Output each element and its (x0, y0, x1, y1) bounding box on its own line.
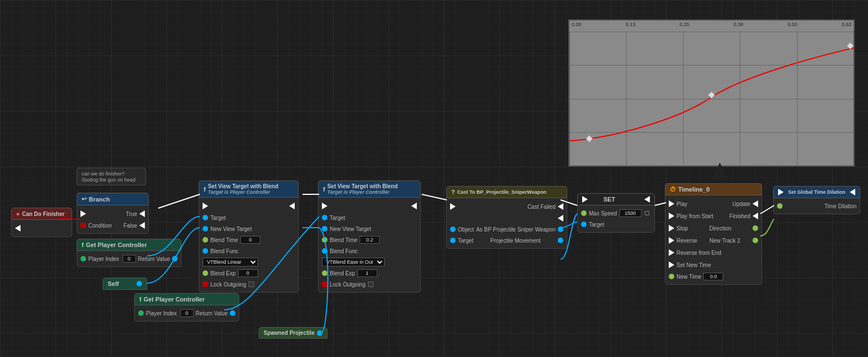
cast-exec-row: Cast Failed (447, 200, 567, 213)
svt2-blendexp-input[interactable] (357, 269, 377, 277)
svt1-blendfunc-select[interactable]: VTBlend Linear (203, 258, 258, 267)
get-player-ctrl-2-body: Player Index Return Value (134, 305, 239, 321)
svt2-lockout-row: Lock Outgoing (319, 279, 420, 290)
tl-newtime-row: New Time (665, 271, 761, 282)
cast-failed-pin (558, 203, 563, 210)
svt2-newvt-pin (322, 226, 327, 232)
cast-as-pin (558, 227, 563, 232)
sgt-exec-out (850, 189, 855, 195)
tl-playfromstart-row: Play from Start Finished (665, 210, 761, 222)
svt2-exec-out (411, 203, 417, 209)
player-index-row-2: Player Index Return Value (135, 308, 239, 319)
cast-target-row: Target Projectile Movement (447, 235, 567, 246)
tl-newtime-input[interactable] (703, 273, 723, 280)
set-view-target-2-node: f Set View Target with Blend Target is P… (318, 180, 421, 293)
svt2-newvt-row: New View Target (319, 223, 420, 234)
svt1-blendtime-pin (203, 237, 208, 243)
tl-reversefromend-row: Reverse from End (665, 247, 761, 259)
exec-out-pin (15, 225, 21, 232)
svt1-blendexp-row: Blend Exp (199, 268, 298, 279)
tl-play-row: Play Update (665, 198, 761, 210)
can-do-finisher-node: ● Can Do Finisher (11, 208, 72, 237)
set-view-target-2-body: Target New View Target Blend Time Blend … (318, 198, 421, 293)
svt2-blendexp-row: Blend Exp (319, 268, 420, 279)
exec-false-pin (139, 222, 145, 229)
svt2-blendfunc-dropdown[interactable]: VTBlend Ease in Out (319, 257, 420, 268)
svt1-exec-row (199, 200, 298, 212)
set-global-time-body: Time Dilation (773, 198, 860, 214)
cast-target-pin (450, 238, 456, 243)
player-index-row-1: Player Index Return Value (77, 253, 181, 264)
condition-pin (80, 223, 86, 228)
sgt-timedil-pin (777, 203, 783, 209)
set-view-target-1-node: f Set View Target with Blend Target is P… (199, 180, 299, 293)
set-body: Max Speed Target (577, 205, 655, 233)
cast-object-pin (450, 227, 456, 232)
curve-point-2 (708, 92, 715, 98)
set-view-target-1-body: Target New View Target Blend Time Blend … (199, 198, 299, 293)
set-maxspeed-input[interactable] (619, 209, 642, 217)
branch-node: ↩ Branch True Condition False (77, 193, 149, 234)
player-index-pin-2 (138, 310, 144, 316)
player-index-input-1[interactable] (123, 255, 136, 263)
svt2-lockout-checkbox[interactable] (368, 281, 374, 287)
tl-stop-row: Stop Direction (665, 222, 761, 234)
set-target-row: Target (578, 219, 654, 230)
get-player-ctrl-1-node: f Get Player Controller Player Index Ret… (77, 239, 181, 267)
cast-to-bp-body: Cast Failed Object As BP Projectile Snip… (446, 198, 567, 249)
svt1-blendfunc-dropdown[interactable]: VTBlend Linear (199, 257, 298, 268)
player-index-input-2[interactable] (180, 309, 194, 317)
cast-to-bp-node: ? Cast To BP_Projectile_SniperWeapon Cas… (446, 186, 567, 249)
svt1-blendexp-input[interactable] (238, 269, 258, 277)
svt2-blendtime-row: Blend Time (319, 234, 420, 245)
curve-point-1 (586, 135, 593, 142)
branch-body: True Condition False (77, 205, 149, 234)
tl-reverse-row: Reverse New Track 2 (665, 234, 761, 247)
set-target-pin (581, 222, 587, 227)
spawned-out-pin (317, 330, 322, 336)
get-player-ctrl-2-node: f Get Player Controller Player Index Ret… (134, 293, 239, 321)
svt1-lockout-row: Lock Outgoing (199, 279, 298, 290)
cast-object-row: Object As BP Projectile Sniper Weapon (447, 224, 567, 235)
tl-update-pin (753, 200, 758, 207)
timeline-body: Play Update Play from Start Finished Sto… (665, 195, 762, 285)
self-node: Self (103, 278, 147, 290)
svt2-blendtime-input[interactable] (360, 236, 380, 244)
spawned-projectile-node: Spawned Projectile (259, 327, 327, 339)
svt1-target-pin (203, 215, 208, 220)
tl-newtrack2-pin (753, 238, 758, 243)
tl-finished-pin (753, 213, 758, 219)
set-node: SET Max Speed Target (577, 193, 655, 233)
tl-newtime-pin (669, 274, 674, 279)
set-view-target-2-header: f Set View Target with Blend Target is P… (318, 180, 421, 198)
set-exec-out (644, 196, 650, 203)
svt1-exec-out (289, 203, 295, 209)
cast-proj-pin (558, 238, 563, 243)
set-global-time-node: Set Global Time Dilation Time Dilation (773, 186, 860, 214)
branch-exec-in: True (77, 208, 148, 220)
set-view-target-1-header: f Set View Target with Blend Target is P… (199, 180, 299, 198)
svt1-lockout-checkbox[interactable] (249, 281, 254, 287)
svt2-blendfunc-row: Blend Func (319, 245, 420, 257)
arrow-indicator (711, 163, 728, 179)
svt1-blendexp-pin (203, 270, 208, 276)
cast-to-bp-header: ? Cast To BP_Projectile_SniperWeapon (446, 186, 567, 198)
set-maxspeed-pin (581, 210, 587, 216)
player-index-pin-1 (80, 256, 86, 262)
curve-svg (569, 32, 854, 165)
return-value-pin-2 (230, 310, 235, 316)
set-connect-icon (645, 211, 649, 215)
svt2-exec-row (319, 200, 420, 212)
cast-exec-in (450, 203, 456, 210)
svt1-blendtime-input[interactable] (240, 236, 260, 244)
tl-setnewtime-in (669, 262, 674, 268)
svt2-target-pin (322, 215, 327, 220)
svt1-target-row: Target (199, 212, 298, 223)
svt2-blendfunc-select[interactable]: VTBlend Ease in Out (322, 258, 385, 267)
self-out-pin (137, 281, 142, 286)
tl-setnewtime-row: Set New Time (665, 259, 761, 271)
svt1-blendfunc-row: Blend Func (199, 245, 298, 257)
get-player-ctrl-1-header: f Get Player Controller (77, 239, 181, 251)
sgt-timedil-row: Time Dilation (774, 200, 860, 212)
exec-in-pin (80, 210, 86, 217)
